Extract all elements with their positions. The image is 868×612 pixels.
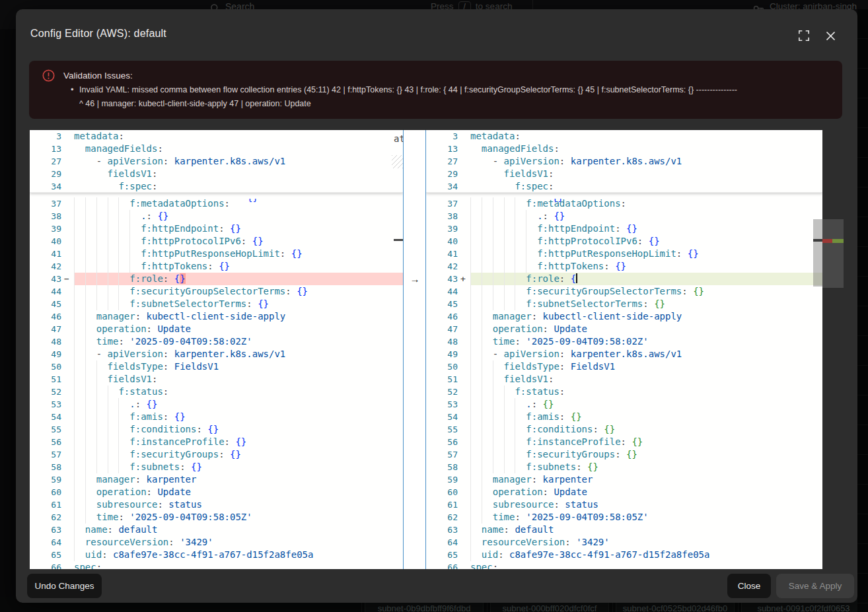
- token: f:subnetSelectorTerms: [129, 298, 246, 309]
- scrollbar-marker: [813, 239, 822, 242]
- line-number: 37: [30, 197, 64, 210]
- close-modal-button[interactable]: Close: [727, 574, 771, 598]
- line-number: 40: [426, 235, 460, 248]
- code-line: 54f:amis: {}: [30, 411, 403, 423]
- token: :: [576, 461, 587, 472]
- token: .: [526, 399, 531, 409]
- token: manager: [96, 474, 135, 485]
- token: :: [163, 156, 174, 166]
- token: :: [163, 411, 174, 422]
- diff-pane-original[interactable]: 37f:metadataOptions:38.: {}39f:httpEndpo…: [30, 130, 403, 569]
- line-number: 40: [30, 235, 64, 248]
- token: karpenter: [147, 474, 197, 485]
- token: karpenter: [543, 474, 593, 485]
- token: :: [515, 512, 526, 522]
- token: :: [615, 449, 626, 459]
- line-number: 54: [30, 411, 64, 423]
- token: {}: [252, 236, 264, 246]
- diff-marker: [460, 360, 470, 373]
- save-apply-button[interactable]: Save & Apply: [776, 574, 854, 598]
- code-line: 61subresource: status: [30, 498, 403, 511]
- line-number: 56: [30, 436, 64, 448]
- line-number: 65: [30, 549, 64, 561]
- diff-marker: [64, 524, 74, 536]
- undo-changes-button[interactable]: Undo Changes: [27, 574, 102, 598]
- token: :: [180, 461, 191, 472]
- token: :: [163, 349, 174, 359]
- diff-marker: [460, 335, 470, 348]
- token: {}: [207, 424, 219, 434]
- token: f:httpProtocolIPv6: [141, 236, 241, 246]
- token: f:subnets: [526, 461, 576, 472]
- close-button[interactable]: [823, 28, 838, 43]
- token: f:httpPutResponseHopLimit: [537, 248, 676, 259]
- token: {}: [615, 261, 626, 271]
- token: spec: [470, 562, 493, 569]
- line-number: 57: [30, 448, 64, 461]
- token: '2025-09-04T09:58:02Z': [526, 336, 648, 347]
- token: :: [560, 273, 571, 284]
- code-line: 60operation: Update: [30, 486, 403, 498]
- token: managedFields: [85, 143, 158, 154]
- token: :: [498, 549, 509, 560]
- token: spec: [74, 562, 96, 569]
- diff-overview-ruler[interactable]: [822, 130, 844, 569]
- token: :: [548, 374, 554, 384]
- token: resourceVersion: [85, 537, 168, 547]
- token: kubectl-client-side-apply: [543, 311, 682, 322]
- token: fieldsType: [504, 361, 560, 372]
- scrollbar-slider[interactable]: [813, 219, 822, 287]
- code-line: 53.: {}: [426, 398, 822, 411]
- token: {}: [626, 223, 637, 234]
- diff-marker: [64, 210, 74, 222]
- token: {}: [291, 248, 303, 259]
- line-number: 57: [426, 448, 460, 461]
- token: f:role: [129, 273, 163, 284]
- token: status: [168, 499, 202, 510]
- diff-marker: [460, 155, 470, 168]
- token: f:spec: [118, 181, 152, 191]
- token: }: [180, 273, 185, 284]
- token: {}: [230, 223, 241, 234]
- line-number: 46: [30, 310, 64, 323]
- revert-change-arrow[interactable]: →: [408, 273, 421, 285]
- line-number: 3: [426, 130, 460, 143]
- line-number: 58: [30, 461, 64, 473]
- diff-marker: [460, 461, 470, 473]
- token: resourceVersion: [482, 537, 565, 547]
- token: f:httpTokens: [537, 261, 604, 271]
- line-number: 48: [30, 335, 64, 348]
- diff-pane-modified[interactable]: 37f:metadataOptions:38.: {}39f:httpEndpo…: [426, 130, 822, 569]
- token: f:securityGroups: [129, 449, 219, 459]
- line-number: 39: [30, 222, 64, 235]
- sticky-scroll-header: 3metadata:13managedFields:27- apiVersion…: [426, 130, 822, 193]
- code-line: 44f:securityGroupSelectorTerms: {}: [426, 285, 822, 298]
- line-number: 53: [30, 398, 64, 411]
- diff-marker: [64, 448, 74, 461]
- token: :: [118, 131, 124, 141]
- token: name: [85, 524, 108, 535]
- code-line: 42f:httpTokens: {}: [30, 260, 403, 273]
- code-line: 13managedFields:: [30, 143, 403, 155]
- token: f:conditions: [526, 424, 593, 434]
- code-line: 63name: default: [30, 524, 403, 536]
- code-line: 3metadata:: [30, 130, 403, 143]
- diff-marker: [64, 222, 74, 235]
- line-number: 66: [30, 561, 64, 569]
- token: :: [135, 311, 147, 322]
- validation-banner: Validation Issues: • Invalid YAML: misse…: [29, 61, 842, 119]
- token: :: [246, 298, 258, 309]
- token: :: [593, 424, 604, 434]
- token: :: [565, 537, 576, 547]
- overview-removed-marker: [822, 239, 832, 243]
- code-line: 42f:httpTokens: {}: [426, 260, 822, 273]
- token: {}: [693, 286, 704, 296]
- peek-line-fragment: {}: [552, 199, 563, 203]
- expand-button[interactable]: [797, 28, 811, 43]
- code-line: 52f:status:: [426, 386, 822, 398]
- diff-marker: [64, 398, 74, 411]
- token: c8afe97e-38cc-4f91-a767-d15f2a8fe05a: [509, 549, 709, 560]
- code-line: 29fieldsV1:: [30, 168, 403, 180]
- line-number: 63: [426, 524, 460, 536]
- token: f:spec: [515, 181, 548, 191]
